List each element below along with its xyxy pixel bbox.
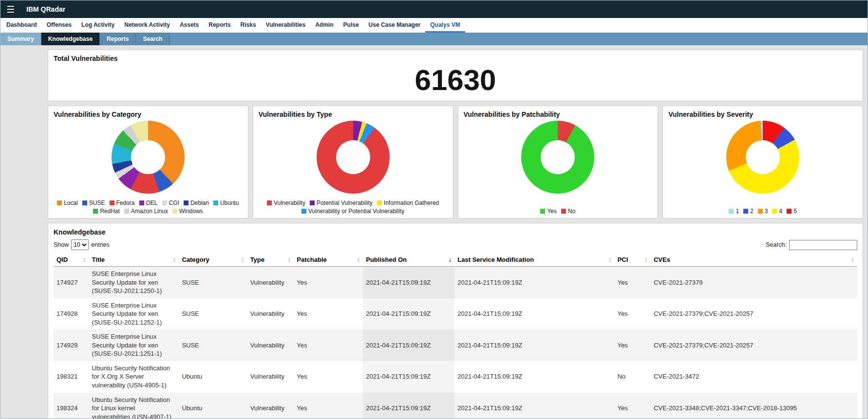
column-header-cves[interactable]: CVEs▲▼	[651, 253, 857, 267]
subtab-knowledgebase[interactable]: Knowledgebase	[41, 33, 100, 45]
cell-cves: CVE-2021-3348;CVE-2021-3347;CVE-2018-130…	[651, 393, 857, 419]
legend-item: SUSE	[82, 200, 105, 206]
cell-published: 2021-04-21T15:09:19Z	[363, 298, 454, 330]
nav-tab-dashboard[interactable]: Dashboard	[1, 18, 42, 33]
cell-patchable: Yes	[294, 329, 363, 361]
legend-swatch-icon	[743, 209, 748, 214]
qradar-window: { "app": { "title": "IBM QRadar" }, "nav…	[0, 0, 868, 419]
subtab-search[interactable]: Search	[136, 33, 170, 45]
cell-modified: 2021-04-21T15:09:19Z	[454, 267, 614, 298]
nav-tab-log-activity[interactable]: Log Activity	[76, 18, 119, 33]
chart-panel-patchability: Vulnerabilities by Patchability YesNo	[458, 106, 659, 219]
column-header-title[interactable]: Title▲▼	[89, 253, 179, 267]
cell-type: Vulnerability	[247, 298, 294, 330]
search-input[interactable]	[789, 240, 857, 250]
legend-item: Amazon Linux	[124, 208, 168, 215]
column-header-pci[interactable]: PCI▲▼	[615, 253, 651, 267]
search-control: Search:	[766, 240, 857, 250]
legend-swatch-icon	[772, 209, 777, 214]
legend-item: Ubuntu	[213, 200, 239, 206]
cell-qid: 198321	[54, 361, 89, 393]
chart-panel-category: Vulnerabilities by Category LocalSUSEFed…	[48, 106, 248, 219]
nav-tab-pulse[interactable]: Pulse	[339, 18, 364, 33]
legend-label: Windows	[179, 208, 203, 215]
column-header-modified[interactable]: Last Service Modification▲▼	[454, 253, 614, 267]
legend-swatch-icon	[57, 200, 62, 205]
legend-item: Yes	[540, 208, 557, 215]
legend-label: 2	[750, 208, 754, 215]
chart-legend: VulnerabilityPotential VulnerabilityInfo…	[253, 200, 453, 215]
legend-item: OEL	[139, 200, 158, 206]
column-header-type[interactable]: Type▲▼	[247, 253, 294, 267]
legend-label: CGI	[169, 200, 179, 206]
sort-carets-icon: ▲▼	[357, 257, 360, 263]
nav-tab-use-case-manager[interactable]: Use Case Manager	[364, 18, 426, 33]
cell-published: 2021-04-21T15:09:19Z	[363, 393, 454, 419]
donut-chart	[112, 121, 185, 194]
legend-label: RedHat	[100, 208, 120, 215]
nav-tab-reports[interactable]: Reports	[204, 18, 235, 33]
column-header-patchable[interactable]: Patchable▲▼	[294, 253, 363, 267]
column-header-category[interactable]: Category▲▼	[179, 253, 247, 267]
cell-category: Ubuntu	[179, 393, 247, 419]
legend-label: OEL	[146, 200, 158, 206]
nav-tab-network-activity[interactable]: Network Activity	[119, 18, 175, 33]
legend-swatch-icon	[184, 200, 189, 205]
chart-legend: 12345	[663, 208, 863, 215]
legend-item: 5	[787, 208, 797, 215]
nav-tab-admin[interactable]: Admin	[310, 18, 338, 33]
legend-item: 3	[758, 208, 768, 215]
column-header-label: Category	[182, 256, 209, 263]
nav-tab-offenses[interactable]: Offenses	[42, 18, 76, 33]
legend-item: Vulnerability	[267, 200, 305, 206]
sub-nav: SummaryKnowledgebaseReportsSearch	[0, 33, 868, 45]
legend-item: CGI	[162, 200, 179, 206]
knowledgebase-title: Knowledgebase	[54, 228, 857, 236]
cell-type: Vulnerability	[247, 329, 294, 361]
column-header-qid[interactable]: QID▲▼	[54, 253, 89, 267]
cell-qid: 198324	[54, 393, 89, 419]
table-header: QID▲▼Title▲▼Category▲▼Type▲▼Patchable▲▼P…	[54, 253, 857, 267]
chart-title: Vulnerabilities by Category	[54, 110, 141, 118]
nav-tab-vulnerabilities[interactable]: Vulnerabilities	[261, 18, 311, 33]
legend-swatch-icon	[302, 209, 306, 214]
donut-hole	[131, 140, 165, 174]
nav-tab-risks[interactable]: Risks	[236, 18, 261, 33]
donut-hole	[336, 140, 370, 174]
subtab-reports[interactable]: Reports	[100, 33, 136, 45]
page-size-select[interactable]: 10	[71, 239, 89, 250]
subtab-summary[interactable]: Summary	[0, 33, 41, 45]
show-label: Show	[54, 241, 69, 248]
legend-label: Debian	[190, 200, 209, 206]
cell-type: Vulnerability	[247, 267, 294, 298]
cell-pci: No	[615, 361, 651, 393]
legend-label: Vulnerability	[274, 200, 305, 206]
table-header-row: QID▲▼Title▲▼Category▲▼Type▲▼Patchable▲▼P…	[54, 253, 857, 267]
cell-title: Ubuntu Security Notification for X.Org X…	[89, 361, 179, 393]
cell-modified: 2021-04-21T15:09:19Z	[454, 329, 614, 361]
legend-swatch-icon	[267, 200, 272, 205]
nav-tab-qualys-vm[interactable]: Qualys VM	[425, 18, 465, 33]
legend-swatch-icon	[758, 209, 763, 214]
table-row: 174927SUSE Enterprise Linux Security Upd…	[54, 267, 857, 298]
cell-pci: Yes	[615, 329, 651, 361]
legend-swatch-icon	[82, 200, 87, 205]
cell-type: Vulnerability	[247, 393, 294, 419]
legend-swatch-icon	[787, 209, 792, 214]
chart-title: Vulnerabilities by Severity	[668, 110, 753, 118]
column-header-label: Last Service Modification	[457, 256, 534, 263]
legend-swatch-icon	[729, 209, 734, 214]
cell-patchable: Yes	[294, 393, 363, 419]
cell-cves: CVE-2021-27379;CVE-2021-20257	[651, 329, 857, 361]
cell-modified: 2021-04-21T15:09:19Z	[454, 393, 614, 419]
cell-category: SUSE	[179, 298, 247, 330]
donut-hole	[746, 140, 780, 174]
legend-item: Local	[57, 200, 78, 206]
cell-published: 2021-04-21T15:09:19Z	[363, 267, 454, 298]
sort-carets-icon: ▲▼	[83, 257, 86, 263]
hamburger-menu-icon[interactable]: ☰	[6, 5, 15, 14]
nav-tab-assets[interactable]: Assets	[175, 18, 204, 33]
knowledgebase-table: QID▲▼Title▲▼Category▲▼Type▲▼Patchable▲▼P…	[54, 253, 857, 419]
chart-panel-severity: Vulnerabilities by Severity 12345	[662, 106, 863, 219]
column-header-published[interactable]: Published On▲▼	[363, 253, 454, 267]
